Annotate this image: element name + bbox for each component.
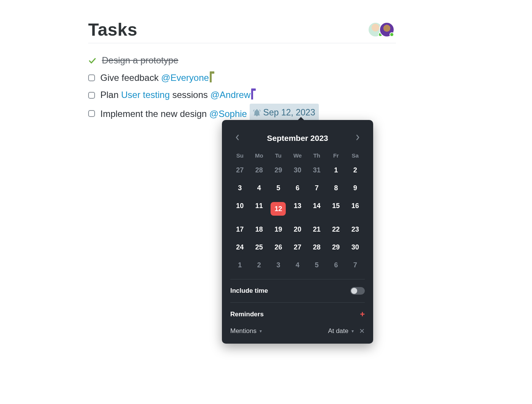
calendar-day[interactable]: 17 (230, 223, 250, 236)
task-list: Design a prototype Give feedback @Everyo… (88, 52, 396, 122)
page-title: Tasks (88, 21, 138, 38)
calendar-day[interactable]: 29 (269, 164, 288, 177)
calendar-grid: SuMoTuWeThFrSa27282930311234567891011121… (230, 152, 365, 271)
chevron-right-icon (356, 134, 359, 140)
calendar-day[interactable]: 5 (269, 182, 288, 194)
calendar-day[interactable]: 8 (326, 182, 346, 194)
next-month-button[interactable] (353, 132, 362, 144)
due-date-text: Sep 12, 2023 (263, 104, 315, 121)
calendar-day[interactable]: 6 (326, 259, 346, 271)
reminder-when-dropdown[interactable]: At date ▾ (328, 327, 354, 335)
calendar-day[interactable]: 21 (307, 223, 326, 236)
divider (88, 43, 396, 43)
calendar-day[interactable]: 4 (288, 259, 307, 271)
mention[interactable]: @Sophie (209, 109, 247, 119)
calendar-day[interactable]: 15 (326, 200, 346, 218)
add-reminder-button[interactable]: + (360, 310, 365, 319)
calendar-day[interactable]: 18 (250, 223, 269, 236)
calendar-day[interactable]: 29 (326, 241, 346, 254)
reminder-scope-dropdown[interactable]: Mentions ▾ (230, 327, 262, 335)
chevron-down-icon: ▾ (352, 328, 354, 334)
reminders-label: Reminders (230, 311, 264, 318)
task-text-fragment: Implement the new design (100, 109, 209, 119)
calendar-day[interactable]: 27 (288, 241, 307, 254)
calendar-weekday: Fr (326, 152, 346, 159)
checkbox[interactable] (88, 74, 95, 81)
calendar-day[interactable]: 27 (230, 164, 250, 177)
calendar-day[interactable]: 28 (307, 241, 326, 254)
calendar-day[interactable]: 3 (230, 182, 250, 194)
calendar-day[interactable]: 30 (288, 164, 307, 177)
chevron-left-icon (236, 134, 239, 140)
calendar-day[interactable]: 11 (250, 200, 269, 218)
collaborator-cursor (251, 90, 253, 99)
calendar-day[interactable]: 13 (288, 200, 307, 218)
calendar-day[interactable]: 31 (307, 164, 326, 177)
calendar-day[interactable]: 16 (345, 200, 365, 218)
task-row: Design a prototype (88, 52, 396, 69)
prev-month-button[interactable] (233, 132, 242, 144)
mention[interactable]: @Andrew (210, 90, 250, 100)
calendar-day[interactable]: 4 (250, 182, 269, 194)
task-text[interactable]: Give feedback @Everyone (100, 69, 212, 87)
calendar-day[interactable]: 6 (288, 182, 307, 194)
calendar-day[interactable]: 25 (250, 241, 269, 254)
due-date-badge[interactable]: Sep 12, 2023 (250, 104, 319, 122)
task-row: Implement the new design @Sophie Sep 12,… (88, 104, 396, 122)
calendar-day[interactable]: 12 (269, 200, 288, 218)
calendar-day[interactable]: 14 (307, 200, 326, 218)
chevron-down-icon: ▾ (260, 328, 262, 334)
page-link[interactable]: User testing (121, 90, 170, 100)
calendar-weekday: Tu (269, 152, 288, 159)
include-time-toggle[interactable] (350, 287, 365, 295)
checkbox[interactable] (88, 110, 95, 117)
reminder-row: Mentions ▾ At date ▾ ✕ (230, 327, 365, 335)
calendar-weekday: Su (230, 152, 250, 159)
calendar-weekday: Mo (250, 152, 269, 159)
calendar-day[interactable]: 3 (269, 259, 288, 271)
task-text: Design a prototype (102, 52, 178, 69)
check-icon (88, 57, 97, 65)
include-time-row: Include time (230, 287, 365, 295)
reminder-when-value: At date (328, 327, 348, 335)
calendar-day[interactable]: 20 (288, 223, 307, 236)
calendar-day[interactable]: 19 (269, 223, 288, 236)
calendar-day[interactable]: 5 (307, 259, 326, 271)
reminder-scope-value: Mentions (230, 327, 256, 335)
calendar-weekday: Th (307, 152, 326, 159)
calendar-weekday: Sa (345, 152, 365, 159)
mention[interactable]: @Everyone (161, 73, 209, 83)
calendar-day[interactable]: 28 (250, 164, 269, 177)
bell-icon (253, 109, 261, 117)
task-row: Give feedback @Everyone (88, 69, 396, 87)
calendar-day[interactable]: 22 (326, 223, 346, 236)
calendar-month-label: September 2023 (267, 134, 328, 143)
calendar-day[interactable]: 1 (326, 164, 346, 177)
calendar-day[interactable]: 23 (345, 223, 365, 236)
task-text-fragment: sessions (170, 90, 211, 100)
remove-reminder-button[interactable]: ✕ (359, 327, 365, 335)
checkbox[interactable] (88, 92, 95, 99)
calendar-day[interactable]: 26 (269, 241, 288, 254)
collaborator-cursor (210, 73, 212, 82)
avatar[interactable] (379, 22, 394, 37)
calendar-day[interactable]: 9 (345, 182, 365, 194)
calendar-day[interactable]: 1 (230, 259, 250, 271)
calendar-weekday: We (288, 152, 307, 159)
calendar-day[interactable]: 30 (345, 241, 365, 254)
calendar-day[interactable]: 2 (345, 164, 365, 177)
task-text[interactable]: Implement the new design @Sophie Sep 12,… (100, 104, 319, 122)
calendar-day[interactable]: 7 (307, 182, 326, 194)
presence-dot (390, 32, 394, 37)
task-text-fragment: Plan (100, 90, 121, 100)
task-text[interactable]: Plan User testing sessions @Andrew (100, 86, 253, 104)
calendar-day[interactable]: 10 (230, 200, 250, 218)
task-text-fragment: Give feedback (100, 73, 161, 83)
calendar-day[interactable]: 7 (345, 259, 365, 271)
calendar-day[interactable]: 2 (250, 259, 269, 271)
date-picker-popover: September 2023 SuMoTuWeThFrSa27282930311… (222, 120, 373, 344)
calendar-header: September 2023 (230, 132, 365, 144)
calendar-day[interactable]: 24 (230, 241, 250, 254)
task-row: Plan User testing sessions @Andrew (88, 86, 396, 104)
reminders-header: Reminders + (230, 310, 365, 319)
